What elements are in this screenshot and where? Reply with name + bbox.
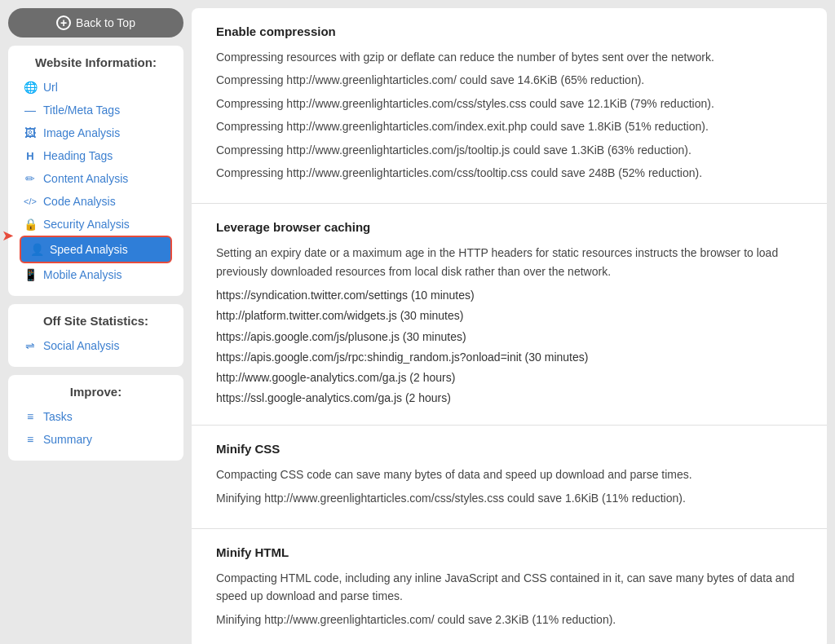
- sidebar-item-url[interactable]: 🌐 Url: [20, 76, 172, 99]
- speed-analysis-wrapper: 👤 Speed Analysis: [20, 236, 172, 263]
- summary-icon: ≡: [23, 433, 38, 446]
- improve-card: Improve: ≡ Tasks ≡ Summary: [8, 375, 183, 461]
- sidebar-item-security-analysis[interactable]: 🔒 Security Analysis: [20, 213, 172, 236]
- share-icon: ⇌: [23, 339, 38, 352]
- globe-icon: 🌐: [23, 81, 38, 94]
- sidebar-item-social-label: Social Analysis: [43, 339, 119, 352]
- minify-html-desc: Compacting HTML code, including any inli…: [216, 569, 802, 606]
- sidebar-item-summary-label: Summary: [43, 433, 92, 446]
- sidebar: + Back to Top Website Information: 🌐 Url…: [0, 0, 192, 644]
- caching-item-4: https://apis.google.com/js/rpc:shindig_r…: [216, 347, 802, 368]
- sidebar-item-tasks[interactable]: ≡ Tasks: [20, 405, 172, 428]
- caching-item-1: https://syndication.twitter.com/settings…: [216, 285, 802, 306]
- caching-item-5: http://www.google-analytics.com/ga.js (2…: [216, 368, 802, 388]
- sidebar-item-code-analysis[interactable]: </> Code Analysis: [20, 190, 172, 213]
- heading-icon: H: [23, 150, 38, 162]
- caching-item-6: https://ssl.google-analytics.com/ga.js (…: [216, 388, 802, 408]
- mobile-icon: 📱: [23, 268, 38, 281]
- enable-compression-section: Enable compression Compressing resources…: [192, 8, 827, 204]
- caching-item-3: https://apis.google.com/js/plusone.js (3…: [216, 327, 802, 347]
- sidebar-item-speed-label: Speed Analysis: [50, 243, 128, 256]
- offsite-title: Off Site Statistics:: [20, 314, 172, 328]
- compression-item-5: Compressing http://www.greenlightarticle…: [216, 164, 802, 182]
- main-content: Enable compression Compressing resources…: [192, 8, 827, 644]
- sidebar-item-summary[interactable]: ≡ Summary: [20, 428, 172, 451]
- website-info-title: Website Information:: [20, 55, 172, 69]
- improve-title: Improve:: [20, 385, 172, 399]
- back-to-top-button[interactable]: + Back to Top: [8, 8, 183, 37]
- compression-item-3: Compressing http://www.greenlightarticle…: [216, 117, 802, 135]
- sidebar-item-security-label: Security Analysis: [43, 218, 130, 231]
- browser-caching-desc: Setting an expiry date or a maximum age …: [216, 244, 802, 280]
- minify-css-section: Minify CSS Compacting CSS code can save …: [192, 426, 827, 529]
- website-info-card: Website Information: 🌐 Url — Title/Meta …: [8, 46, 183, 296]
- lock-icon: 🔒: [23, 218, 38, 231]
- sidebar-item-title-meta[interactable]: — Title/Meta Tags: [20, 99, 172, 121]
- sidebar-item-social-analysis[interactable]: ⇌ Social Analysis: [20, 334, 172, 357]
- sidebar-item-heading-label: Heading Tags: [43, 149, 113, 162]
- sidebar-item-title-meta-label: Title/Meta Tags: [43, 104, 120, 117]
- caching-item-2: http://platform.twitter.com/widgets.js (…: [216, 306, 802, 326]
- sidebar-item-mobile-analysis[interactable]: 📱 Mobile Analysis: [20, 263, 172, 286]
- sidebar-item-mobile-label: Mobile Analysis: [43, 268, 122, 281]
- minify-css-desc: Compacting CSS code can save many bytes …: [216, 465, 802, 483]
- minify-html-section: Minify HTML Compacting HTML code, includ…: [192, 529, 827, 644]
- browser-caching-section: Leverage browser caching Setting an expi…: [192, 204, 827, 426]
- minify-html-item: Minifying http://www.greenlightarticles.…: [216, 611, 802, 629]
- compression-item-1: Compressing http://www.greenlightarticle…: [216, 71, 802, 89]
- sidebar-item-content-analysis[interactable]: ✏ Content Analysis: [20, 167, 172, 190]
- sidebar-item-image-analysis[interactable]: 🖼 Image Analysis: [20, 121, 172, 144]
- compression-item-2: Compressing http://www.greenlightarticle…: [216, 95, 802, 112]
- list-icon: ≡: [23, 410, 38, 423]
- plus-circle-icon: +: [56, 15, 71, 30]
- sidebar-item-code-label: Code Analysis: [43, 195, 116, 208]
- dash-icon: —: [23, 104, 38, 117]
- pencil-icon: ✏: [23, 172, 38, 185]
- code-icon: </>: [23, 196, 38, 206]
- compression-item-4: Compressing http://www.greenlightarticle…: [216, 141, 802, 159]
- sidebar-item-image-label: Image Analysis: [43, 126, 120, 139]
- enable-compression-title: Enable compression: [216, 24, 802, 38]
- minify-html-title: Minify HTML: [216, 545, 802, 559]
- browser-caching-title: Leverage browser caching: [216, 220, 802, 234]
- sidebar-item-tasks-label: Tasks: [43, 410, 73, 423]
- image-icon: 🖼: [23, 126, 38, 139]
- minify-css-title: Minify CSS: [216, 442, 802, 456]
- speedometer-icon: 👤: [29, 243, 44, 256]
- minify-css-item: Minifying http://www.greenlightarticles.…: [216, 489, 802, 507]
- enable-compression-desc: Compressing resources with gzip or defla…: [216, 48, 802, 66]
- back-to-top-label: Back to Top: [76, 16, 135, 29]
- sidebar-item-content-label: Content Analysis: [43, 172, 128, 185]
- sidebar-item-speed-analysis[interactable]: 👤 Speed Analysis: [20, 236, 172, 263]
- sidebar-item-heading-tags[interactable]: H Heading Tags: [20, 144, 172, 167]
- sidebar-item-url-label: Url: [43, 81, 58, 94]
- offsite-card: Off Site Statistics: ⇌ Social Analysis: [8, 304, 183, 367]
